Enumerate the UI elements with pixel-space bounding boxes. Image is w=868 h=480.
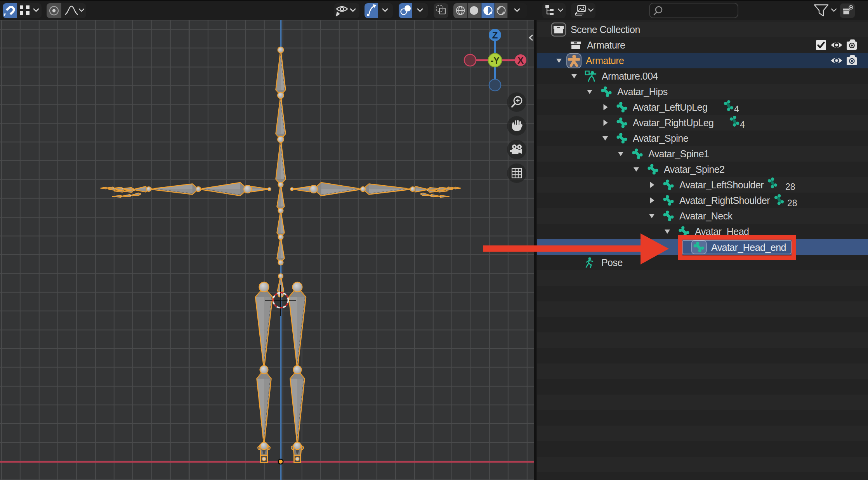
svg-text:4: 4 [734, 104, 739, 114]
svg-text:Avatar_LeftUpLeg: Avatar_LeftUpLeg [633, 102, 707, 113]
svg-text:Avatar_Spine2: Avatar_Spine2 [664, 164, 724, 175]
svg-text:Avatar_RightUpLeg: Avatar_RightUpLeg [633, 117, 713, 128]
svg-text:28: 28 [787, 198, 797, 208]
svg-text:Avatar_Spine: Avatar_Spine [633, 133, 688, 144]
svg-text:Avatar_RightShoulder: Avatar_RightShoulder [679, 195, 770, 206]
svg-text:Scene Collection: Scene Collection [571, 24, 640, 35]
svg-text:Armature: Armature [587, 40, 625, 50]
svg-text:Pose: Pose [601, 257, 623, 268]
svg-text:Z: Z [492, 30, 498, 40]
svg-text:Avatar_LeftShoulder: Avatar_LeftShoulder [679, 179, 764, 190]
svg-text:Avatar_Head_end: Avatar_Head_end [711, 242, 786, 253]
svg-text:4: 4 [740, 120, 745, 130]
svg-text:Armature: Armature [586, 55, 624, 66]
svg-text:-Y: -Y [491, 56, 500, 66]
svg-text:Avatar_Spine1: Avatar_Spine1 [648, 148, 709, 159]
svg-text:Avatar_Neck: Avatar_Neck [679, 210, 733, 221]
svg-text:Armature.004: Armature.004 [602, 71, 658, 82]
svg-text:Avatar_Hips: Avatar_Hips [617, 86, 668, 97]
svg-text:28: 28 [785, 182, 795, 192]
svg-text:X: X [517, 55, 524, 66]
